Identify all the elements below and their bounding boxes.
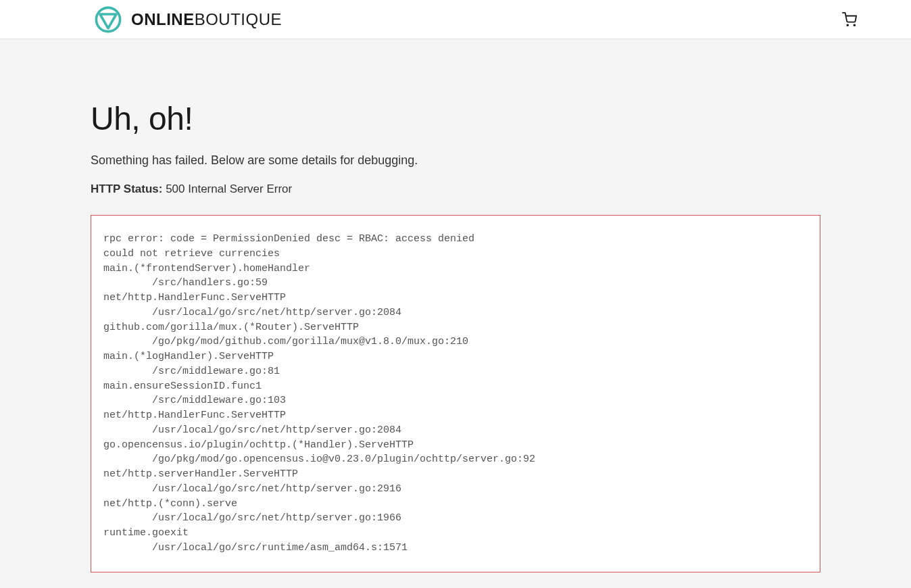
brand-text-bold: ONLINE xyxy=(131,10,195,28)
brand-text: ONLINEBOUTIQUE xyxy=(131,10,282,29)
cart-icon[interactable] xyxy=(842,12,857,27)
error-trace: rpc error: code = PermissionDenied desc … xyxy=(91,215,820,572)
error-title: Uh, oh! xyxy=(91,100,820,137)
brand-link[interactable]: ONLINEBOUTIQUE xyxy=(95,6,282,33)
svg-point-2 xyxy=(847,24,848,26)
http-status-value: 500 Internal Server Error xyxy=(166,182,292,195)
header: ONLINEBOUTIQUE xyxy=(0,0,911,39)
main-content: Uh, oh! Something has failed. Below are … xyxy=(91,39,820,588)
http-status-label: HTTP Status: xyxy=(91,182,162,195)
brand-text-light: BOUTIQUE xyxy=(195,10,282,28)
brand-logo-icon xyxy=(95,6,122,33)
http-status: HTTP Status: 500 Internal Server Error xyxy=(91,182,820,196)
error-subtitle: Something has failed. Below are some det… xyxy=(91,153,820,168)
svg-marker-1 xyxy=(100,14,116,28)
svg-point-3 xyxy=(854,24,855,26)
